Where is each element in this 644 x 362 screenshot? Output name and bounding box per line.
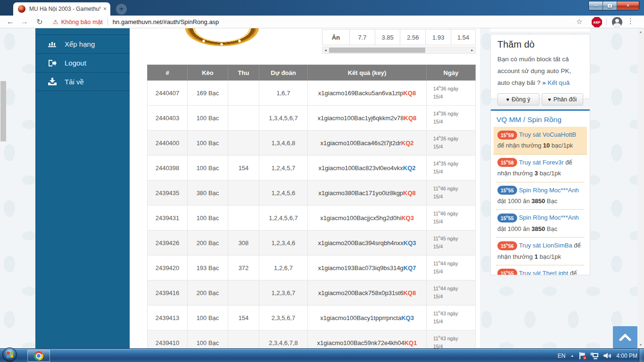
odds-value: 3.85 <box>375 30 401 45</box>
bookmark-star-icon[interactable]: ☆ <box>576 17 582 26</box>
feed-player-link[interactable]: Truy sát Forev3r <box>519 159 564 166</box>
scroll-down-icon[interactable]: ▼ <box>637 341 644 348</box>
table-row: 2440398100 Bạc1541,2,4,5,7x1giacmo100Bac… <box>148 156 476 181</box>
cell-thu: 372 <box>228 255 259 280</box>
feed-player-link[interactable]: Spin Rồng Moc***Anh <box>519 187 579 194</box>
tab-close-icon[interactable]: × <box>103 6 107 12</box>
cell-dudoan: 1,3,4,5,6,7 <box>259 106 308 131</box>
flag-alert-badge: x <box>583 356 586 360</box>
cell-thu: 154 <box>228 156 259 181</box>
table-row: 2439426200 Bạc3081,2,3,4,6x1giacmo200Bac… <box>148 230 476 255</box>
cell-date: 14h35 ngày15/4 <box>427 156 476 181</box>
chevron-up-icon <box>619 334 631 341</box>
cell-key: x1giacmo169Backu5an6va1ztpKQ8 <box>308 81 427 106</box>
hour-superscript: h <box>438 260 440 264</box>
col-header-thu: Thu <box>228 65 259 81</box>
language-indicator[interactable]: EN <box>558 353 566 359</box>
cell-keo: 200 Bạc <box>188 230 228 255</box>
speaker-icon[interactable] <box>603 353 611 359</box>
windows-logo-icon <box>7 352 13 358</box>
cell-key: x1giacmo100Bacy1tpprrpnctaKQ3 <box>308 305 427 330</box>
action-center-flag-icon[interactable]: x <box>579 352 586 359</box>
feed-player-link[interactable]: Spin Rồng Moc***Anh <box>519 214 579 221</box>
cell-keo: 380 Bạc <box>188 181 228 206</box>
cell-id: 2440403 <box>148 106 188 131</box>
maximize-button[interactable] <box>603 1 617 10</box>
sidebar: Xếp hạng Logout Tải về <box>35 28 130 348</box>
not-secure-label[interactable]: Không bảo mật <box>61 18 103 25</box>
cell-thu: 308 <box>228 230 259 255</box>
sidebar-item-label: Tải về <box>65 78 84 86</box>
time-badge: 15h59 <box>497 131 517 140</box>
sidebar-item-logout[interactable]: Logout <box>35 53 130 72</box>
cell-thu <box>228 330 259 349</box>
cell-id: 2439410 <box>148 330 188 349</box>
odds-value: 1.54 <box>451 30 476 45</box>
time-badge: 15h58 <box>497 158 517 167</box>
start-button[interactable] <box>2 347 17 362</box>
wheel-bulb <box>220 43 223 46</box>
spin-feed-list: 15h59Truy sát VoCuaHottB để nhận thưởng … <box>496 127 584 275</box>
cell-key: x1giacmo100Bacjjcx5hg2d0hiKQ3 <box>308 206 427 230</box>
cell-id: 2439426 <box>148 230 188 255</box>
chrome-icon <box>34 351 43 361</box>
key-result: KQ8 <box>403 189 416 197</box>
omnibox[interactable]: ⚠ Không bảo mật hn.gamethuvn.net/#auth/S… <box>53 16 219 28</box>
back-to-top-button[interactable] <box>613 326 637 348</box>
scroll-left-icon[interactable]: ◄ <box>322 47 329 53</box>
feed-item: 15h56Truy sát LionSimBa để nhận thưởng 1… <box>496 238 584 265</box>
hour-superscript: h <box>439 160 441 164</box>
browser-tab[interactable]: MU Hà Nội 2003 - GamethuVN.n × <box>13 2 110 16</box>
cell-id: 2439416 <box>148 280 188 305</box>
hour-superscript: h <box>438 235 440 239</box>
feed-amount: 1 <box>535 253 538 260</box>
reload-button[interactable]: ↻ <box>34 16 45 28</box>
feed-item: 15h58Truy sát Forev3r để nhận thưởng 3 b… <box>496 155 584 182</box>
agree-label: Đồng ý <box>512 96 530 103</box>
show-desktop-button[interactable] <box>639 349 644 362</box>
adblock-extension-icon[interactable]: ABP <box>592 17 602 27</box>
network-icon[interactable] <box>591 353 598 359</box>
profile-avatar-icon[interactable] <box>612 17 622 27</box>
cell-dudoan: 1,2,4,5,6,7 <box>259 206 308 230</box>
cell-key: x1giacmo100Bac823vl0eo4vkxKQ2 <box>308 156 427 181</box>
hour-superscript: h <box>506 215 508 218</box>
vertical-scrollbar-thumb[interactable] <box>0 81 6 141</box>
poll-result-link[interactable]: Kết quả <box>548 79 570 86</box>
agree-button[interactable]: ♥ Đồng ý <box>497 93 539 106</box>
url-text[interactable]: hn.gamethuvn.net/#auth/SpinRong.asp <box>113 18 219 25</box>
spin-feed-title[interactable]: VQ MM / Spin Rồng <box>496 115 584 124</box>
sidebar-item-ranking[interactable]: Xếp hạng <box>35 34 130 53</box>
minimize-button[interactable]: – <box>589 1 603 10</box>
back-button[interactable]: ← <box>5 16 16 28</box>
close-window-button[interactable]: × <box>617 1 639 10</box>
feed-player-link[interactable]: Truy sát LionSimBa <box>519 242 572 249</box>
cell-id: 2440400 <box>148 131 188 156</box>
disagree-button[interactable]: ♥ Phản đối <box>542 93 584 106</box>
table-header-row: # Kèo Thu Dự đoán Kết quả (key) Ngày <box>148 65 476 81</box>
cell-dudoan: 1,2,3,6,7 <box>259 280 308 305</box>
scroll-right-icon[interactable]: ► <box>469 47 475 53</box>
horizontal-scrollbar[interactable]: ◄ ► <box>322 47 476 54</box>
browser-menu-icon[interactable]: ⋮ <box>627 17 634 25</box>
scroll-up-icon[interactable]: ▲ <box>637 28 644 35</box>
forward-button[interactable]: → <box>19 16 30 28</box>
clock[interactable]: 4:00 PM <box>616 353 637 359</box>
vertical-scrollbar[interactable]: ▲ ▼ <box>637 28 644 348</box>
cell-dudoan: 1,2,4,5,7 <box>259 156 308 181</box>
sidebar-item-download[interactable]: Tải về <box>35 72 130 91</box>
window-controls: – × <box>588 1 639 10</box>
taskbar-chrome-button[interactable] <box>27 350 50 362</box>
key-result: KQ8 <box>403 90 416 97</box>
bet-history-table: # Kèo Thu Dự đoán Kết quả (key) Ngày 244… <box>147 65 476 348</box>
horizontal-scrollbar-thumb[interactable] <box>329 48 425 53</box>
feed-player-link[interactable]: Truy sát TherLight <box>519 270 569 275</box>
cell-keo: 169 Bạc <box>188 81 228 106</box>
table-row: 2440400100 Bạc1,3,4,6,8x1giacmo100Baca46… <box>148 131 476 156</box>
broken-heart-icon: ♥ <box>548 97 551 102</box>
download-icon <box>48 77 57 86</box>
spin-feed-title-link[interactable]: VQ MM / Spin Rồng <box>496 115 561 123</box>
feed-player-link[interactable]: Truy sát VoCuaHottB <box>519 131 577 138</box>
tray-expand-icon[interactable]: ▲ <box>570 354 574 357</box>
new-tab-button[interactable]: + <box>116 4 127 15</box>
